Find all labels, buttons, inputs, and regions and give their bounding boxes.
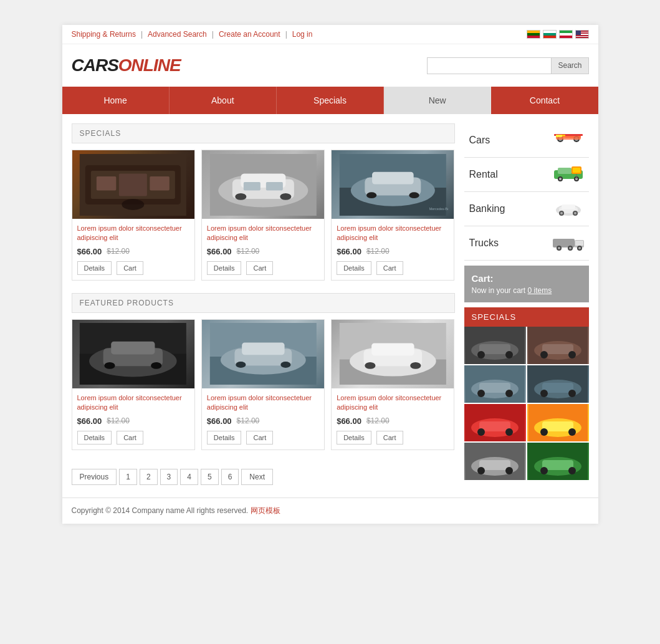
advanced-search-link[interactable]: Advanced Search [148, 30, 207, 39]
pagination-prev[interactable]: Previous [72, 469, 117, 485]
cart-title: Cart: [472, 273, 581, 284]
sidebar-special-7[interactable] [464, 443, 526, 480]
sidebar-category-trucks[interactable]: Trucks [464, 226, 589, 261]
svg-rect-43 [410, 362, 421, 369]
pagination-next[interactable]: Next [241, 469, 273, 485]
sidebar-category-cars[interactable]: Cars [464, 123, 589, 158]
sep3: | [285, 30, 287, 39]
pagination-2[interactable]: 2 [140, 469, 158, 485]
svg-rect-14 [265, 182, 282, 191]
footer-link[interactable]: 网页模板 [251, 506, 280, 515]
price-current-3: $66.00 [337, 247, 361, 256]
svg-point-75 [569, 247, 572, 249]
featured-image-3 [332, 320, 454, 388]
search-button[interactable]: Search [552, 57, 588, 74]
svg-rect-34 [242, 343, 284, 355]
product-image-3: Mercedes-Benz [332, 150, 454, 219]
details-button-3[interactable]: Details [337, 261, 371, 275]
login-link[interactable]: Log in [292, 30, 313, 39]
svg-point-96 [540, 390, 548, 397]
logo-online-text: ONLINE [118, 55, 181, 75]
cart-button[interactable]: Cart [117, 261, 143, 275]
pagination-1[interactable]: 1 [119, 469, 137, 485]
flag-lt[interactable] [527, 30, 540, 39]
cart-box: Cart: Now in your cart 0 items [464, 266, 589, 302]
featured-product-2: Lorem ipsum dolor sitconsectetuer adipis… [201, 319, 325, 450]
sidebar-special-2[interactable] [527, 327, 589, 364]
featured-car-1 [72, 320, 194, 388]
car-photo-blue: Mercedes-Benz [332, 150, 454, 219]
search-input[interactable] [427, 57, 552, 74]
sidebar-special-4[interactable] [527, 365, 589, 403]
svg-point-81 [477, 351, 485, 358]
svg-rect-21 [409, 192, 419, 198]
svg-rect-4 [97, 176, 117, 191]
sidebar-specials-header: SPECIALS [464, 307, 589, 327]
svg-point-77 [578, 247, 581, 249]
sidebar-special-8[interactable] [527, 443, 589, 480]
svg-rect-35 [236, 362, 246, 368]
nav-new[interactable]: New [384, 87, 491, 114]
details-button-2[interactable]: Details [207, 261, 242, 275]
featured-cart-button-2[interactable]: Cart [246, 431, 273, 445]
pagination: Previous 1 2 3 4 5 6 Next [72, 463, 455, 488]
specials-product-2: Lorem ipsum dolor sitconsectetuer adipis… [201, 150, 325, 281]
shipping-returns-link[interactable]: Shipping & Returns [72, 30, 136, 39]
flag-bg[interactable] [543, 30, 557, 39]
nav-home[interactable]: Home [62, 87, 170, 114]
svg-rect-28 [105, 362, 115, 369]
cart-count-link[interactable]: 0 items [528, 286, 552, 295]
featured-cart-button-3[interactable]: Cart [376, 431, 403, 445]
create-account-link[interactable]: Create an Account [219, 30, 280, 39]
details-button[interactable]: Details [77, 261, 112, 275]
featured-details-button-3[interactable]: Details [337, 431, 371, 445]
svg-rect-11 [235, 193, 246, 200]
nav-specials[interactable]: Specials [277, 87, 384, 114]
category-trucks-label: Trucks [469, 238, 499, 249]
sidebar-special-1[interactable] [464, 327, 526, 364]
featured-cart-button-1[interactable]: Cart [117, 431, 143, 445]
car-photo-silver [202, 150, 324, 219]
specials-product-1: Lorem ipsum dolor sitconsectetuer adipis… [72, 150, 195, 281]
svg-rect-29 [151, 362, 161, 369]
featured-price-old-2: $12.00 [237, 416, 260, 425]
featured-price-current-1: $66.00 [77, 416, 102, 426]
svg-rect-5 [150, 176, 170, 191]
pagination-3[interactable]: 3 [160, 469, 178, 485]
flags-container [527, 30, 589, 39]
price-old: $12.00 [107, 247, 130, 256]
featured-details-button-2[interactable]: Details [207, 431, 242, 445]
specials-section-header: SPECIALS [72, 123, 455, 143]
pagination-5[interactable]: 5 [201, 469, 219, 485]
specials-product-2-price: $66.00 $12.00 [207, 247, 319, 256]
svg-point-82 [505, 351, 513, 358]
sidebar-category-banking[interactable]: Banking [464, 192, 589, 226]
category-cars-icon [553, 131, 584, 150]
cart-button-2[interactable]: Cart [246, 261, 273, 275]
pagination-4[interactable]: 4 [180, 469, 198, 485]
featured-section-header: FEATURED PRODUCTS [72, 293, 455, 313]
svg-point-106 [540, 428, 548, 436]
featured-price-old-1: $12.00 [107, 416, 130, 425]
specials-product-1-title: Lorem ipsum dolor sitconsectetuer adipis… [77, 224, 189, 243]
sidebar: Cars [464, 123, 589, 488]
flag-ir[interactable] [559, 30, 573, 39]
svg-point-91 [477, 390, 485, 397]
svg-point-87 [568, 351, 576, 358]
specials-product-3-title: Lorem ipsum dolor sitconsectetuer adipis… [337, 224, 449, 243]
specials-product-3: Mercedes-Benz Lorem ipsum dolor sitconse… [331, 150, 454, 281]
cart-button-3[interactable]: Cart [376, 261, 403, 275]
nav-contact[interactable]: Contact [491, 87, 598, 114]
sidebar-special-6[interactable] [527, 404, 589, 441]
specials-product-1-price: $66.00 $12.00 [77, 247, 189, 256]
sidebar-special-5[interactable] [464, 404, 526, 441]
featured-details-button-1[interactable]: Details [77, 431, 112, 445]
pagination-6[interactable]: 6 [221, 469, 239, 485]
flag-us[interactable] [575, 30, 589, 39]
nav-about[interactable]: About [170, 87, 277, 114]
specials-product-2-title: Lorem ipsum dolor sitconsectetuer adipis… [207, 224, 319, 243]
sidebar-special-3[interactable] [464, 365, 526, 403]
featured-image-2 [202, 320, 324, 388]
sidebar-category-rental[interactable]: Rental [464, 158, 589, 192]
featured-car-3 [332, 320, 454, 388]
